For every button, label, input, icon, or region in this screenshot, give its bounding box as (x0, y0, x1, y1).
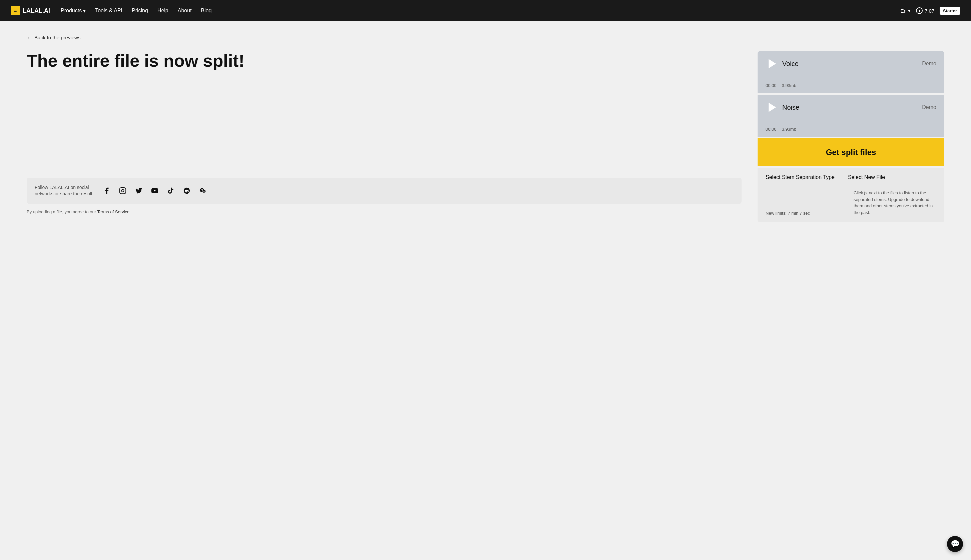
voice-demo-label: Demo (922, 61, 936, 67)
logo[interactable]: ≡ LALAL.AI (11, 6, 50, 15)
nav-help[interactable]: Help (157, 8, 169, 14)
chat-button[interactable]: 💬 (947, 536, 963, 552)
nav-about[interactable]: About (178, 8, 192, 14)
timer-display: ◑ 7:07 (916, 7, 934, 14)
chevron-down-icon: ▾ (83, 8, 86, 14)
timer-icon: ◑ (916, 7, 923, 14)
arrow-left-icon: ← (27, 35, 32, 40)
terms-text: By uploading a file, you agree to our Te… (27, 209, 742, 214)
voice-label: Voice (782, 60, 799, 68)
social-icons (101, 185, 208, 196)
voice-card-header: Voice Demo (766, 58, 936, 70)
select-new-file-link[interactable]: Select New File (848, 174, 885, 180)
noise-card: Noise Demo 00:00 3.93mb (757, 95, 944, 137)
chevron-down-icon: ▾ (908, 8, 911, 14)
instagram-icon[interactable] (117, 185, 128, 196)
voice-card: Voice Demo 00:00 3.93mb (757, 51, 944, 93)
right-panel: Voice Demo 00:00 3.93mb Noise (757, 51, 944, 222)
social-share-box: Follow LALAL.AI on social networks or sh… (27, 178, 742, 204)
chat-icon: 💬 (951, 540, 960, 548)
svg-rect-0 (120, 188, 126, 194)
nav-links: Products ▾ Tools & API Pricing Help Abou… (61, 8, 890, 14)
noise-size: 3.93mb (782, 127, 796, 132)
voice-size: 3.93mb (782, 83, 796, 88)
voice-time: 00:00 (766, 83, 777, 88)
svg-point-2 (124, 189, 125, 189)
voice-play-button[interactable] (766, 58, 777, 70)
noise-label: Noise (782, 104, 799, 111)
logo-icon: ≡ (11, 6, 20, 15)
page-layout: The entire file is now split! Follow LAL… (27, 51, 944, 222)
select-stem-link[interactable]: Select Stem Separation Type (766, 174, 834, 180)
new-limits-text: New limits: 7 min 7 sec (766, 211, 848, 216)
voice-left: Voice (766, 58, 799, 70)
bottom-actions: Select Stem Separation Type Select New F… (757, 168, 944, 222)
social-text: Follow LALAL.AI on social networks or sh… (35, 184, 95, 197)
nav-pricing[interactable]: Pricing (132, 8, 148, 14)
info-text: Click ▷ next to the files to listen to t… (854, 190, 936, 216)
noise-footer: 00:00 3.93mb (766, 127, 936, 132)
noise-card-header: Noise Demo (766, 101, 936, 113)
left-column: The entire file is now split! Follow LAL… (27, 51, 742, 214)
main-content: ← Back to the previews The entire file i… (0, 21, 971, 560)
logo-text: LALAL.AI (23, 7, 50, 14)
twitter-icon[interactable] (133, 185, 144, 196)
nav-tools[interactable]: Tools & API (95, 8, 122, 14)
facebook-icon[interactable] (101, 185, 112, 196)
noise-demo-label: Demo (922, 104, 936, 110)
get-split-files-button[interactable]: Get split files (757, 138, 944, 166)
noise-play-button[interactable] (766, 101, 777, 113)
nav-products[interactable]: Products ▾ (61, 8, 86, 14)
navbar: ≡ LALAL.AI Products ▾ Tools & API Pricin… (0, 0, 971, 21)
wechat-icon[interactable] (197, 185, 208, 196)
tiktok-icon[interactable] (165, 185, 176, 196)
play-icon (769, 103, 776, 112)
svg-point-1 (122, 190, 124, 192)
page-title: The entire file is now split! (27, 51, 742, 71)
noise-left: Noise (766, 101, 799, 113)
play-icon (769, 59, 776, 68)
back-button[interactable]: ← Back to the previews (27, 35, 944, 40)
nav-right: En ▾ ◑ 7:07 Starter (901, 7, 960, 15)
plan-badge: Starter (940, 7, 960, 15)
nav-blog[interactable]: Blog (201, 8, 212, 14)
terms-link[interactable]: Terms of Service. (97, 209, 131, 214)
voice-footer: 00:00 3.93mb (766, 83, 936, 88)
bottom-info: New limits: 7 min 7 sec Click ▷ next to … (766, 186, 936, 216)
reddit-icon[interactable] (182, 185, 192, 196)
language-selector[interactable]: En ▾ (901, 8, 911, 14)
bottom-actions-top: Select Stem Separation Type Select New F… (766, 174, 936, 180)
youtube-icon[interactable] (149, 185, 160, 196)
noise-time: 00:00 (766, 127, 777, 132)
